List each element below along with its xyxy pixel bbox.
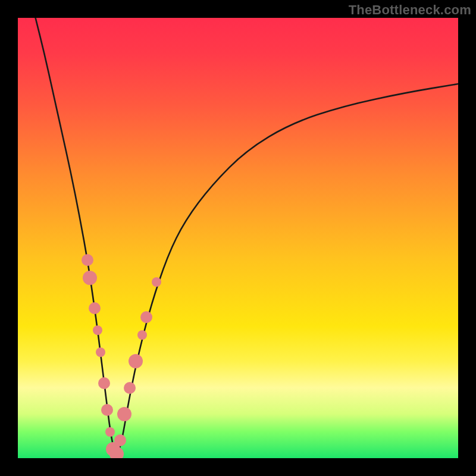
data-marker <box>101 404 113 416</box>
data-marker <box>137 330 147 340</box>
curve-svg <box>18 18 458 458</box>
data-marker <box>124 382 136 394</box>
data-marker <box>117 407 131 421</box>
data-marker <box>152 277 161 287</box>
chart-frame: TheBottleneck.com <box>0 0 476 476</box>
data-marker <box>109 447 124 458</box>
data-marker <box>114 434 126 446</box>
bottleneck-curve <box>36 18 458 453</box>
data-marker <box>105 427 115 437</box>
data-marker <box>83 271 97 285</box>
data-marker <box>82 254 93 266</box>
watermark-text: TheBottleneck.com <box>349 2 471 18</box>
plot-area <box>18 18 458 458</box>
